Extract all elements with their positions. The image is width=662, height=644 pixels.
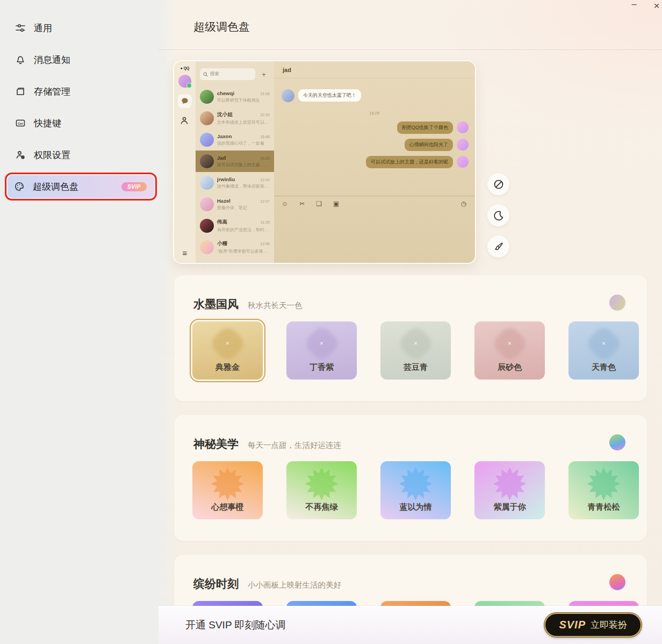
theme-none-button[interactable] [487,173,509,195]
starburst-shape [493,467,527,500]
sparkle-icon: ✕ [192,341,263,346]
sidebar-item-shortcuts[interactable]: Ctrl 快捷键 [9,111,149,135]
list-item: 伟高11:25 有些新的产业想法，和时间一… [196,215,274,237]
scissors-icon: ✂ [299,200,305,207]
toolbar-divider [274,196,475,196]
palette-orb-icon[interactable] [609,295,625,311]
avatar [200,240,214,254]
svip-promo-bar: 开通 SVIP 即刻随心调 SVIP 立即装扮 [159,606,662,644]
section-subtitle: 小小画板上映射生活的美好 [248,580,341,590]
section-title: 缤纷时刻 [193,576,239,591]
chat-tab-icon [178,94,192,108]
starburst-shape [305,467,339,500]
svip-dressup-button[interactable]: SVIP 立即装扮 [544,613,642,637]
swatch-label: 紫属于你 [474,502,545,512]
search-input: 搜索 [200,68,255,80]
palette-icon [14,181,25,192]
qq-logo: ● QQ [174,66,196,70]
emoji-icon: ☺ [282,200,288,207]
avatar [200,154,214,168]
message-sent: 可以试试放上的主题，还是好看的呢 [366,156,469,168]
svg-text:Ctrl: Ctrl [18,122,23,125]
page-title: 超级调色盘 [193,19,250,34]
avatar [200,176,214,190]
list-item: 小糯12:06 "推荐"和需求都可以多琢磨… [196,237,274,258]
ctrl-key-icon: Ctrl [15,118,26,128]
sidebar-item-general[interactable]: 通用 [9,16,149,40]
list-item: Jaxon15:45 说的我感心动了，一起看 [196,129,274,151]
sidebar-item-label: 超级调色盘 [33,181,78,193]
sidebar-item-permissions[interactable]: 权限设置 [9,143,149,167]
swatch-label: 芸豆青 [380,362,451,373]
preview-rail: ● QQ ≡ [174,61,196,263]
message-bubble: 刚把QQ也换了个颜色 [397,121,453,134]
palette-orb-icon[interactable] [609,434,625,450]
swatch-label: 典雅金 [192,362,263,373]
swatch-dingxiangzi[interactable]: ✕ 丁香紫 [286,321,357,380]
sparkle-icon: ✕ [569,341,639,346]
dark-mode-button[interactable] [487,204,509,226]
message-sent: 刚把QQ也换了个颜色 [397,121,469,134]
swatch-chenshase[interactable]: ✕ 辰砂色 [474,321,545,380]
palette-orb-icon[interactable] [609,574,625,590]
swatch-xinxiangshicheng[interactable]: 心想事橙 [192,461,263,519]
swatch-zishuyuni[interactable]: 紫属于你 [474,461,545,519]
no-theme-icon [493,178,505,190]
svip-button-label: 立即装扮 [591,619,627,631]
list-item: chewqi21:05 可以再研究下体检报告 [196,86,274,108]
swatch-label: 青青松松 [569,502,639,512]
add-chat-button: + [258,68,270,80]
input-toolbar: ☺ ✂ ❏ ▣ [282,200,339,207]
image-icon: ▣ [333,200,339,207]
theme-preview-image: ● QQ ≡ 搜索 + [174,61,475,263]
sparkle-icon: ✕ [380,341,451,346]
sidebar-item-super-palette[interactable]: 超级调色盘 SVIP [8,175,154,198]
avatar [457,139,469,151]
sliders-icon [15,23,26,33]
section-title: 神秘美学 [193,437,239,452]
bell-icon [15,54,26,65]
user-gear-icon [15,149,26,160]
swatch-label: 丁香紫 [286,362,357,373]
list-item: 沈小姐22:19 文本和描述上设定符可以再调… [196,108,274,129]
svip-promo-text: 开通 SVIP 即刻随心调 [185,618,286,632]
swatch-yundouqing[interactable]: ✕ 芸豆青 [380,321,451,380]
minimize-button[interactable]: − [627,0,642,12]
moon-icon [493,210,505,221]
svip-logo-text: SVIP [559,619,586,631]
sparkle-icon: ✕ [474,341,545,346]
sidebar-item-label: 快捷键 [34,117,61,130]
list-item-selected: Jad16:25 这可以试试换上的主题，还挺… [196,151,274,172]
swatch-dianyajin[interactable]: ✕ 典雅金 [192,321,263,380]
chat-title: jad [274,61,475,78]
sidebar-item-label: 存储管理 [34,85,70,98]
avatar [282,89,294,102]
sidebar-item-notifications[interactable]: 消息通知 [9,48,149,71]
settings-window: − × 通用 消息通知 存储管理 Ctrl 快捷键 权限设置 超级调色盘 SVI… [0,0,662,644]
sidebar-item-storage[interactable]: 存储管理 [9,80,149,103]
avatar [178,75,191,88]
avatar [200,197,214,211]
theme-section-mystic: 神秘美学 每天一点甜，生活好运连连 心想事橙 不再焦绿 蓝以为情 紫属于你 [174,415,647,541]
message-sent: 心情瞬间也阳光了 [405,139,469,151]
message-received: 今天的天空也太蓝了吧！ [282,89,361,102]
message-timestamp: 16:25 [274,111,475,116]
sparkle-icon: ✕ [286,341,357,346]
close-button[interactable]: × [649,0,662,13]
sidebar-item-label: 消息通知 [34,54,70,66]
swatch-lanyiweiqing[interactable]: 蓝以为情 [380,461,451,519]
swatch-qingqingsongsong[interactable]: 青青松松 [569,461,639,519]
starburst-shape [587,467,621,500]
contacts-tab-icon [179,116,189,125]
swatch-label: 天青色 [569,362,639,373]
swatch-label: 辰砂色 [474,362,545,373]
swatch-tianqingse[interactable]: ✕ 天青色 [569,321,639,380]
section-subtitle: 每天一点甜，生活好运连连 [248,440,341,450]
starburst-shape [399,467,433,500]
message-bubble: 今天的天空也太蓝了吧！ [298,89,361,102]
storage-card-icon [15,86,26,97]
swatch-buzaijiaolv[interactable]: 不再焦绿 [286,461,357,519]
section-title: 水墨国风 [193,297,239,312]
header-divider [159,49,662,50]
custom-color-button[interactable] [487,235,509,257]
